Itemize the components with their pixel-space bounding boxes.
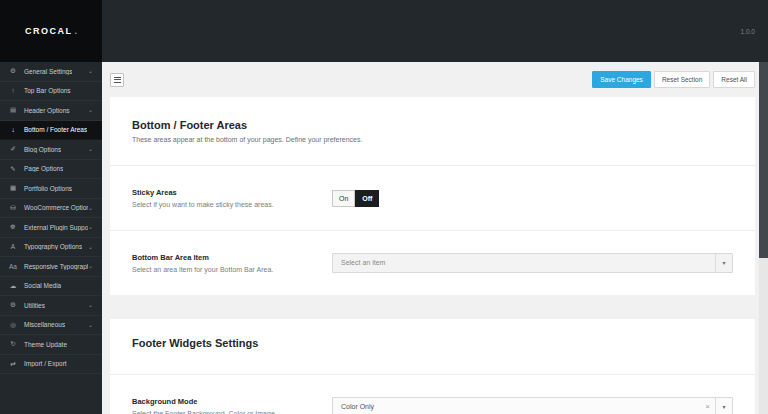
footer-widgets-settings-card: Footer Widgets Settings Background Mode … — [110, 319, 755, 414]
option-label: Sticky Areas — [132, 188, 320, 197]
reset-section-button[interactable]: Reset Section — [654, 71, 710, 88]
section-gap — [110, 295, 755, 319]
sidebar-item-label: Social Media — [24, 282, 61, 289]
sidebar-item-label: Top Bar Options — [24, 87, 71, 94]
update-refresh-icon: ↻ — [8, 340, 18, 348]
cart-icon: ⛁ — [8, 204, 18, 212]
reset-all-button[interactable]: Reset All — [713, 71, 755, 88]
sidebar-item-label: Page Options — [24, 165, 63, 172]
chevron-down-icon: ⌄ — [88, 146, 93, 152]
chevron-down-icon: ⌄ — [88, 224, 93, 230]
page-title: Bottom / Footer Areas — [132, 119, 733, 131]
pencil-icon: ✎ — [8, 165, 18, 173]
chevron-down-icon[interactable]: ▾ — [715, 398, 732, 414]
hamburger-icon — [114, 77, 121, 78]
main-panel: Save Changes Reset Section Reset All Bot… — [102, 62, 759, 414]
bottom-footer-areas-card: Bottom / Footer Areas These areas appear… — [110, 97, 755, 295]
plugin-icon: ☸ — [8, 223, 18, 231]
app-header: CROCAL. 1.0.0 — [0, 0, 768, 62]
portfolio-icon: ▦ — [8, 184, 18, 192]
typography-icon: A — [8, 243, 18, 250]
bottom-bar-area-item-select[interactable]: Select an item ▾ — [332, 253, 733, 273]
sticky-areas-toggle: On Off — [332, 190, 379, 207]
bottom-bar-area-item-row: Bottom Bar Area Item Select an area item… — [110, 230, 755, 295]
select-value: Select an item — [341, 259, 385, 266]
chevron-down-icon: ⌄ — [88, 322, 93, 328]
sidebar-item-social-media[interactable]: ☁ Social Media — [0, 277, 102, 297]
sidebar-item-label: Theme Update — [24, 341, 67, 348]
option-label: Bottom Bar Area Item — [132, 253, 320, 262]
sidebar-toggle-button[interactable] — [110, 73, 124, 87]
option-label: Background Mode — [132, 397, 320, 406]
sidebar-item-label: Header Options — [24, 107, 70, 114]
option-info: Bottom Bar Area Item Select an area item… — [132, 253, 332, 273]
save-changes-button[interactable]: Save Changes — [592, 71, 651, 88]
chevron-down-icon: ⌄ — [88, 107, 93, 113]
option-description: Select an area item for your Bottom Bar … — [132, 266, 320, 273]
share-icon: ☁ — [8, 282, 18, 290]
chevron-down-icon: ⌄ — [88, 68, 93, 74]
scrollbar-track[interactable] — [759, 62, 768, 414]
sidebar-item-general-settings[interactable]: ⚙ General Settings ⌄ — [0, 62, 102, 82]
sidebar-item-typography-options[interactable]: A Typography Options ⌄ — [0, 238, 102, 258]
sidebar-item-label: Bottom / Footer Areas — [24, 126, 87, 133]
chevron-down-icon: ⌄ — [88, 302, 93, 308]
section-title: Footer Widgets Settings — [132, 337, 733, 349]
sidebar-item-theme-update[interactable]: ↻ Theme Update — [0, 335, 102, 355]
sidebar-item-external-plugin-support[interactable]: ☸ External Plugin Support ⌄ — [0, 218, 102, 238]
option-description: Select the Footer Background, Color or I… — [132, 410, 320, 414]
sidebar-item-import-export[interactable]: ⇄ Import / Export — [0, 355, 102, 375]
option-control: On Off — [332, 190, 733, 207]
sidebar-item-responsive-typography[interactable]: Aa Responsive Typography ⌄ — [0, 257, 102, 277]
header-layout-icon: ▤ — [8, 106, 18, 114]
sticky-areas-row: Sticky Areas Select if you want to make … — [110, 165, 755, 230]
arrow-up-icon: ↑ — [8, 87, 18, 94]
section-header: Footer Widgets Settings — [110, 319, 755, 374]
sidebar-item-page-options[interactable]: ✎ Page Options — [0, 160, 102, 180]
hamburger-icon — [114, 82, 121, 83]
sticky-on-button[interactable]: On — [332, 190, 355, 207]
sidebar-item-header-options[interactable]: ▤ Header Options ⌄ — [0, 101, 102, 121]
responsive-typography-icon: Aa — [8, 263, 18, 270]
hamburger-icon — [114, 79, 121, 80]
logo-dot: . — [74, 26, 77, 36]
background-mode-select[interactable]: Color Only × ▾ — [332, 397, 733, 414]
sidebar-item-label: Utilities — [24, 302, 45, 309]
sticky-off-button[interactable]: Off — [355, 190, 379, 207]
option-control: Select an item ▾ — [332, 253, 733, 273]
sidebar-item-utilities[interactable]: ⚙ Utilities ⌄ — [0, 296, 102, 316]
logo: CROCAL. — [0, 0, 102, 62]
misc-gear-icon: ◎ — [8, 321, 18, 329]
sidebar-item-label: Typography Options — [24, 243, 82, 250]
import-export-icon: ⇄ — [8, 360, 18, 368]
page-description: These areas appear at the bottom of your… — [132, 136, 733, 143]
chevron-down-icon: ⌄ — [88, 263, 93, 269]
sidebar-item-top-bar-options[interactable]: ↑ Top Bar Options — [0, 82, 102, 102]
sidebar-item-miscellaneous[interactable]: ◎ Miscellaneous ⌄ — [0, 316, 102, 336]
page-header: Bottom / Footer Areas These areas appear… — [110, 97, 755, 165]
sidebar-item-label: Portfolio Options — [24, 185, 72, 192]
blog-edit-icon: ✐ — [8, 145, 18, 153]
sidebar-item-label: Import / Export — [24, 360, 67, 367]
options-toolbar: Save Changes Reset Section Reset All — [102, 62, 759, 97]
scrollbar-thumb[interactable] — [759, 62, 768, 258]
sidebar-item-label: External Plugin Support — [24, 224, 88, 231]
clear-selection-icon[interactable]: × — [705, 398, 710, 414]
option-control: Color Only × ▾ — [332, 397, 733, 414]
sidebar-item-label: Miscellaneous — [24, 321, 65, 328]
sidebar-item-label: Responsive Typography — [24, 263, 88, 270]
sidebar: ⚙ General Settings ⌄ ↑ Top Bar Options ▤… — [0, 62, 102, 414]
sidebar-item-portfolio-options[interactable]: ▦ Portfolio Options — [0, 179, 102, 199]
option-description: Select if you want to make sticky these … — [132, 201, 320, 208]
sidebar-item-label: Blog Options — [24, 146, 61, 153]
sidebar-item-woocommerce-options[interactable]: ⛁ WooCommerce Options ⌄ — [0, 199, 102, 219]
select-value: Color Only — [341, 403, 374, 410]
sidebar-item-bottom-footer-areas[interactable]: ↓ Bottom / Footer Areas — [0, 121, 102, 141]
sidebar-item-blog-options[interactable]: ✐ Blog Options ⌄ — [0, 140, 102, 160]
version-label: 1.0.0 — [741, 28, 755, 35]
chevron-down-icon[interactable]: ▾ — [715, 254, 732, 272]
sidebar-item-label: General Settings — [24, 68, 72, 75]
background-mode-row: Background Mode Select the Footer Backgr… — [110, 374, 755, 414]
arrow-down-icon: ↓ — [8, 126, 18, 133]
gear-icon: ⚙ — [8, 67, 18, 75]
